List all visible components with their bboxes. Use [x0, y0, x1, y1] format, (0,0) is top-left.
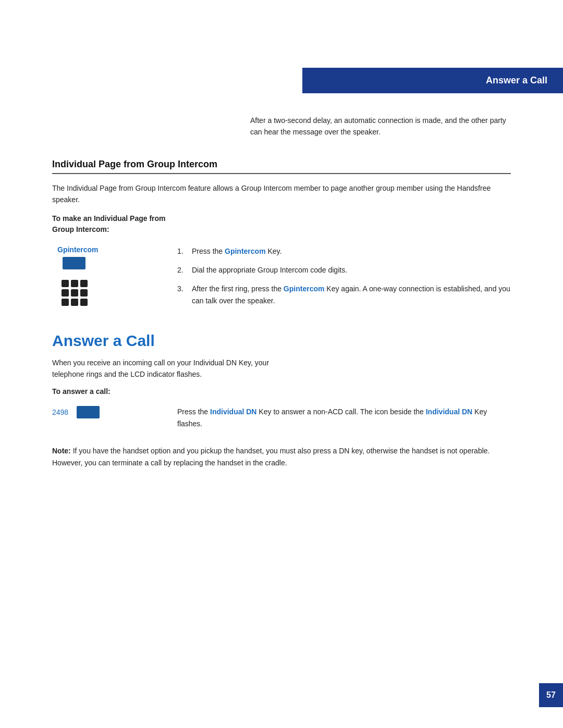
header-banner: Answer a Call: [302, 68, 563, 93]
step-number-2: 2.: [177, 264, 188, 276]
page-container: Answer a Call After a two-second delay, …: [0, 0, 563, 728]
step-2: 2. Dial the appropriate Group Intercom c…: [177, 264, 511, 276]
header-banner-title: Answer a Call: [486, 75, 547, 85]
step-text-2: Dial the appropriate Group Intercom code…: [192, 264, 511, 276]
keypad-icon: [62, 280, 88, 306]
step-text-1: Press the Gpintercom Key.: [192, 245, 511, 257]
step-list: 1. Press the Gpintercom Key. 2. Dial the…: [177, 245, 511, 307]
note-text: If you have the handset option and you p…: [52, 447, 489, 466]
answer-row: 2498 Press the Individual DN Key to answ…: [52, 406, 511, 429]
answer-call-heading: Answer a Call: [52, 332, 511, 350]
instruction-block: Gpintercom: [52, 245, 511, 316]
keypad-dot-2: [71, 280, 78, 287]
individual-dn-button-icon: [77, 406, 100, 418]
keypad-dot-1: [62, 280, 69, 287]
keypad-dot-8: [71, 299, 78, 306]
individual-dn-link-1: Individual DN: [210, 408, 256, 416]
right-col-steps: 1. Press the Gpintercom Key. 2. Dial the…: [167, 245, 511, 316]
keypad-dot-3: [80, 280, 88, 287]
keypad-dot-4: [62, 289, 69, 297]
step-number-3: 3.: [177, 283, 188, 294]
intro-text: After a two-second delay, an automatic c…: [250, 115, 511, 138]
section-description-group-intercom: The Individual Page from Group Intercom …: [52, 182, 511, 206]
step-1: 1. Press the Gpintercom Key.: [177, 245, 511, 257]
step-text-3: After the first ring, press the Gpinterc…: [192, 283, 511, 306]
keypad-dot-6: [80, 289, 88, 297]
keypad-dot-7: [62, 299, 69, 306]
keypad-dot-9: [80, 299, 88, 306]
answer-right: Press the Individual DN Key to answer a …: [167, 406, 511, 429]
step-3: 3. After the first ring, press the Gpint…: [177, 283, 511, 306]
instruction-label: To make an Individual Page from Group In…: [52, 213, 511, 235]
answer-intro: When you receive an incoming call on you…: [52, 357, 511, 380]
keypad-dot-5: [71, 289, 78, 297]
answer-left: 2498: [52, 406, 167, 418]
section-group-intercom: Individual Page from Group Intercom The …: [52, 159, 511, 316]
section-answer-call: Answer a Call When you receive an incomi…: [52, 332, 511, 468]
section-heading-group-intercom: Individual Page from Group Intercom: [52, 159, 511, 174]
note-block: Note: If you have the handset option and…: [52, 445, 511, 468]
gpintercom-label: Gpintercom: [57, 245, 99, 254]
page-number: 57: [539, 683, 563, 707]
left-col-icons: Gpintercom: [52, 245, 167, 316]
note-label: Note:: [52, 447, 71, 455]
to-answer-label: To answer a call:: [52, 387, 511, 396]
individual-dn-link-2: Individual DN: [426, 408, 472, 416]
gpintercom-link-2: Gpintercom: [284, 285, 325, 293]
step-number-1: 1.: [177, 245, 188, 257]
main-content: After a two-second delay, an automatic c…: [52, 115, 511, 468]
gpintercom-button-icon: [63, 257, 85, 269]
dn-number: 2498: [52, 408, 68, 416]
gpintercom-link-1: Gpintercom: [225, 247, 266, 255]
